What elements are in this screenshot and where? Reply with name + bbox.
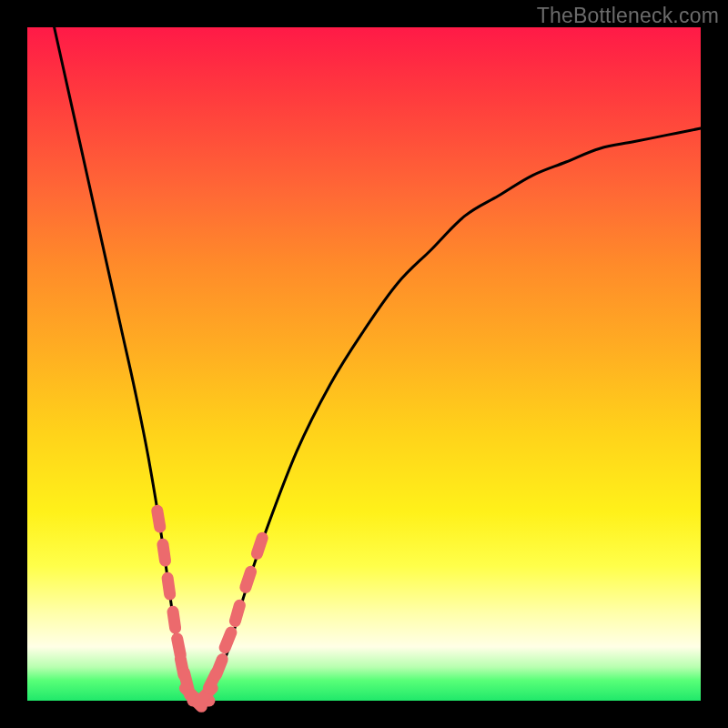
curve-marker: [173, 612, 176, 628]
curve-marker: [157, 511, 160, 527]
curve-marker: [167, 578, 170, 594]
curve-path: [55, 27, 701, 702]
watermark-text: TheBottleneck.com: [537, 4, 719, 28]
curve-marker: [257, 538, 262, 553]
curve-marker: [225, 632, 231, 648]
chart-svg: [27, 27, 701, 701]
curve-markers: [157, 511, 262, 706]
chart-plot-area: [27, 27, 701, 701]
bottleneck-curve: [55, 27, 701, 702]
curve-marker: [246, 571, 251, 587]
curve-marker: [177, 639, 181, 655]
curve-marker: [217, 660, 223, 675]
curve-marker: [163, 544, 166, 561]
chart-frame: TheBottleneck.com: [0, 0, 728, 728]
curve-marker: [235, 605, 239, 621]
